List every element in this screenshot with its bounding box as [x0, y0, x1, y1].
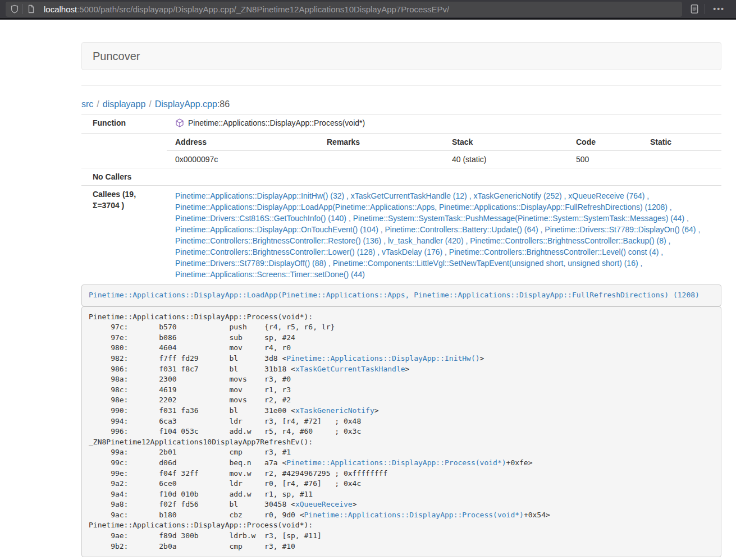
- callee-separator: ,: [464, 236, 470, 245]
- callee-link[interactable]: Pinetime::System::SystemTask::PushMessag…: [353, 214, 685, 223]
- callees-label: Callees (19, Σ=3704 ): [81, 186, 167, 285]
- url-host: localhost: [44, 4, 77, 14]
- assembly-symbol-link[interactable]: Pinetime::Applications::DisplayApp::Proc…: [286, 458, 506, 467]
- callee-link[interactable]: lv_task_handler (420): [388, 236, 464, 245]
- stack-value: 40 (static): [444, 151, 568, 168]
- static-value: [642, 151, 721, 168]
- assembly-symbol-link[interactable]: Pinetime::Applications::DisplayApp::Init…: [286, 354, 479, 362]
- callee-separator: ,: [538, 225, 545, 234]
- callee-link[interactable]: xTaskGenericNotify (252): [473, 191, 561, 200]
- callee-link[interactable]: Pinetime::Drivers::Cst816S::GetTouchInfo…: [175, 214, 346, 223]
- callee-link[interactable]: Pinetime::Controllers::Battery::Update()…: [385, 225, 538, 234]
- callee-link[interactable]: Pinetime::Applications::DisplayApp::Load…: [175, 203, 668, 212]
- stats-header-row: Address Remarks Stack Code Static: [81, 134, 721, 151]
- callee-link[interactable]: Pinetime::Drivers::St7789::DisplayOff() …: [175, 259, 326, 268]
- navbar: Puncover: [81, 42, 721, 70]
- callee-link[interactable]: Pinetime::Applications::Screens::Timer::…: [175, 270, 365, 279]
- browser-toolbar: localhost:5000/path/src/displayapp/Displ…: [0, 0, 736, 20]
- function-row: Function Pinetime::Applications::Display…: [81, 114, 721, 134]
- address-bar[interactable]: localhost:5000/path/src/displayapp/Displ…: [6, 2, 682, 17]
- callee-link[interactable]: Pinetime::Applications::DisplayApp::Init…: [175, 191, 344, 200]
- remarks-value: [318, 151, 444, 168]
- callee-separator: ,: [381, 236, 388, 245]
- callee-separator: ,: [668, 203, 672, 212]
- callers-cell: [167, 168, 721, 186]
- breadcrumb-link-src[interactable]: src: [81, 99, 93, 109]
- col-header-static: Static: [642, 134, 721, 151]
- callees-row: Callees (19, Σ=3704 ) Pinetime::Applicat…: [81, 186, 721, 285]
- callee-link[interactable]: Pinetime::Controllers::BrightnessControl…: [175, 236, 381, 245]
- load-app-link[interactable]: Pinetime::Applications::DisplayApp::Load…: [89, 291, 700, 299]
- callee-link[interactable]: vTaskDelay (176): [382, 247, 442, 256]
- callee-separator: ,: [659, 247, 663, 256]
- callees-list: Pinetime::Applications::DisplayApp::Init…: [167, 186, 721, 285]
- overflow-menu-icon[interactable]: •••: [707, 4, 730, 13]
- page-icon[interactable]: [23, 2, 39, 17]
- shield-icon[interactable]: [7, 2, 22, 17]
- function-name-cell: Pinetime::Applications::DisplayApp::Proc…: [167, 114, 721, 134]
- assembly-symbol-link[interactable]: Pinetime::Applications::DisplayApp::Proc…: [304, 511, 524, 519]
- callee-separator: ,: [644, 191, 649, 200]
- horizontal-divider: [81, 85, 721, 86]
- load-app-panel: Pinetime::Applications::DisplayApp::Load…: [81, 284, 721, 306]
- function-row-label: Function: [81, 114, 167, 134]
- callee-link[interactable]: xQueueReceive (764): [568, 191, 644, 200]
- function-name: Pinetime::Applications::DisplayApp::Proc…: [188, 118, 365, 127]
- callee-separator: ,: [696, 225, 701, 234]
- callee-separator: ,: [684, 214, 689, 223]
- callee-link[interactable]: Pinetime::Controllers::BrightnessControl…: [175, 247, 375, 256]
- callee-link[interactable]: Pinetime::Controllers::BrightnessControl…: [470, 236, 666, 245]
- address-value: 0x0000097c: [167, 151, 318, 168]
- col-header-stack: Stack: [444, 134, 568, 151]
- col-header-address: Address: [167, 134, 318, 151]
- breadcrumb-link-displayapp[interactable]: displayapp: [103, 99, 146, 109]
- callee-link[interactable]: xTaskGetCurrentTaskHandle (12): [351, 191, 467, 200]
- callee-separator: ,: [562, 191, 569, 200]
- page-container: Puncover src/displayapp/DisplayApp.cpp:8…: [81, 20, 721, 557]
- brand-title[interactable]: Puncover: [93, 50, 140, 63]
- url-text[interactable]: localhost:5000/path/src/displayapp/Displ…: [44, 4, 449, 14]
- no-callers-label: No Callers: [81, 168, 167, 186]
- callee-separator: ,: [326, 259, 333, 268]
- breadcrumb-separator: /: [149, 99, 151, 109]
- assembly-symbol-link[interactable]: xTaskGenericNotify: [295, 406, 374, 415]
- spacer-cell: [81, 134, 167, 168]
- breadcrumb-separator: /: [97, 99, 99, 109]
- callee-link[interactable]: Pinetime::Applications::DisplayApp::OnTo…: [175, 225, 378, 234]
- callee-link[interactable]: Pinetime::Controllers::BrightnessControl…: [449, 247, 659, 256]
- toolbar-divider: [705, 4, 705, 14]
- reader-mode-icon[interactable]: [687, 2, 702, 17]
- code-value: 500: [568, 151, 642, 168]
- callee-separator: ,: [467, 191, 474, 200]
- assembly-listing: Pinetime::Applications::DisplayApp::Proc…: [81, 306, 721, 558]
- callee-separator: ,: [442, 247, 449, 256]
- breadcrumb-line-number: :86: [217, 99, 230, 109]
- col-header-remarks: Remarks: [318, 134, 444, 151]
- assembly-symbol-link[interactable]: xTaskGetCurrentTaskHandle: [295, 365, 405, 373]
- callee-link[interactable]: Pinetime::Components::LittleVgl::SetNewT…: [333, 259, 638, 268]
- col-header-code: Code: [568, 134, 642, 151]
- no-callers-row: No Callers: [81, 168, 721, 186]
- callee-separator: ,: [666, 236, 671, 245]
- breadcrumb-link-file[interactable]: DisplayApp.cpp: [155, 99, 217, 109]
- callee-separator: ,: [346, 214, 353, 223]
- package-icon: [175, 118, 184, 130]
- stats-value-row: 0x0000097c 40 (static) 500: [81, 151, 721, 168]
- breadcrumb: src/displayapp/DisplayApp.cpp:86: [81, 99, 721, 110]
- url-path: :5000/path/src/displayapp/DisplayApp.cpp…: [77, 4, 449, 14]
- callee-separator: ,: [378, 225, 385, 234]
- function-table: Function Pinetime::Applications::Display…: [81, 114, 721, 284]
- callee-separator: ,: [638, 259, 643, 268]
- callee-separator: ,: [375, 247, 382, 256]
- callee-link[interactable]: Pinetime::Drivers::St7789::DisplayOn() (…: [545, 225, 696, 234]
- callee-separator: ,: [344, 191, 351, 200]
- assembly-symbol-link[interactable]: xQueueReceive: [295, 500, 353, 508]
